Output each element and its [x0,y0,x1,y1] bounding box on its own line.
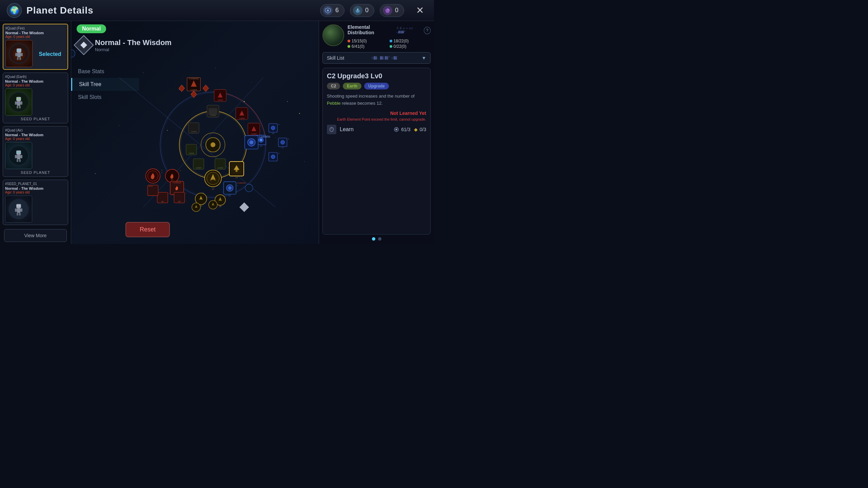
skill-list-dropdown[interactable]: Skill List ᨟᨜᨞᨜ ᨝ᨛ᨟᨜ ▼ [322,52,431,64]
svg-rect-43 [17,213,18,216]
planet-card-air-body [5,142,66,169]
learn-cost-2: ◆ 0/3 [414,127,426,132]
skill-tag-earth: Earth [343,83,361,89]
svg-text:3 DAMAGE: 3 DAMAGE [259,136,270,138]
diamond-inner [80,42,87,48]
skill-tag-c2: C2 [327,83,340,89]
svg-rect-44 [19,213,21,216]
elem-title-script: ᨤᨢᨦᨣᨠ᨟ ᨞᨝᨜ᨛ [396,27,422,34]
planet-card-earth-header: #Quad (Earth) [5,75,66,79]
svg-point-95 [260,139,262,141]
resource-gem: 0 [380,4,404,17]
svg-rect-11 [17,53,21,57]
svg-text:+: + [169,192,170,194]
svg-marker-92 [191,91,197,98]
skill-tags: C2 Earth Upgrade [327,83,426,89]
shield-icon [323,6,333,15]
planet-card-fire[interactable]: #Quad (Fire) Normal - The Wisdom Age: 0 … [3,24,68,70]
elem-help-button[interactable]: ? [424,27,431,34]
elem-earth-dot [348,45,350,48]
planet-card-air[interactable]: #Quad (Air) Normal - The Wisdom Age: 0 y… [3,126,68,177]
planet-name-text: Normal - The Wisdom [95,38,172,47]
skill-desc-highlight: Pebble [327,101,340,106]
svg-rect-42 [20,208,22,212]
skill-info-card: C2 Upgrade3 Lv0 C2 Earth Upgrade Shootin… [322,68,431,235]
reset-button[interactable]: Reset [125,222,170,237]
elem-planet-image [322,24,344,46]
planet-card-air-name: Normal - The Wisdom [5,133,66,137]
resource-potion-val: 0 [365,7,369,14]
planet-card-earth-name: Normal - The Wisdom [5,79,66,83]
svg-rect-14 [17,57,19,60]
svg-text:+: + [161,171,163,174]
planet-card-earth-body [5,88,66,116]
svg-text:0/5: 0/5 [178,201,180,203]
svg-text:+: + [278,152,280,154]
skill-tree-content: Normal Normal - The Wisdom Normal Base S… [71,21,319,244]
svg-rect-22 [15,101,17,105]
close-button[interactable]: ✕ [412,3,427,18]
planet-card-air-badge: SEED PLANET [5,170,66,175]
gem-icon [383,6,392,15]
svg-rect-41 [15,208,17,212]
svg-point-164 [299,113,300,114]
svg-point-46 [19,205,20,206]
nav-skill-tree[interactable]: Skill Tree [71,78,139,91]
planet-card-fire-header: #Quad (Fire) [5,26,65,30]
svg-text:Locked: Locked [189,152,194,154]
svg-rect-20 [16,97,21,101]
planet-name-info: Normal - The Wisdom Normal [95,38,172,52]
planet-card-fire-name: Normal - The Wisdom [5,31,65,35]
sidebar: #Quad (Fire) Normal - The Wisdom Age: 0 … [0,21,71,244]
svg-point-26 [17,98,18,99]
svg-point-163 [167,130,167,131]
planet-card-fire-body: Selected [5,40,65,67]
header-logo: 🌍 [7,3,22,18]
svg-rect-158 [236,170,238,172]
resource-gem-val: 0 [395,7,398,14]
svg-point-16 [17,49,19,51]
planet-card-earth-badge: SEED PLANET [5,117,66,121]
planet-card-air-age: Age: 0 years old [5,137,66,141]
svg-marker-91 [179,85,185,92]
svg-point-154 [245,184,253,192]
svg-text:+: + [259,139,260,140]
resource-shield: 6 [320,4,344,17]
planet-card-earth[interactable]: #Quad (Earth) Normal - The Wisdom Age: 0… [3,73,68,123]
elem-air-val: 0/22(0) [394,44,407,49]
svg-rect-24 [17,106,18,108]
pagination-dots [322,237,431,241]
svg-rect-39 [16,204,21,208]
pagination-dot-2[interactable] [378,237,381,241]
svg-text:+: + [185,192,187,194]
svg-text:0/5: 0/5 [161,201,164,203]
svg-point-107 [271,155,275,159]
svg-point-1 [327,9,329,12]
skill-tag-upgrade: Upgrade [364,83,389,89]
skill-list-script: ᨟᨜᨞᨜ ᨝ᨛ᨟᨜ [371,56,397,60]
svg-rect-33 [20,155,22,158]
svg-text:0/5: 0/5 [272,133,274,135]
svg-text:MOVE: MOVE [149,185,153,187]
svg-text:+: + [278,123,280,125]
planet-card-earth-age: Age: 0 years old [5,83,66,87]
skill-tree-area: Locked Locked Locked Locked Locked [71,21,319,244]
elem-fire-val: 15/15(0) [352,39,367,43]
nav-menu: Base Stats Skill Tree Skill Slots [71,65,139,104]
elem-water-val: 18/22(0) [394,39,409,43]
svg-text:+: + [180,169,181,171]
nav-base-stats[interactable]: Base Stats [71,65,139,78]
elem-fire-dot [348,40,350,42]
svg-text:1/5: 1/5 [235,177,238,179]
svg-point-17 [19,49,21,51]
page-title: Planet Details [26,5,317,16]
mode-bar: Normal [71,21,112,37]
planet-card-seed[interactable]: #SEED_PLANET_01 Normal - The Wisdom Age:… [3,180,68,225]
planet-name-bar: Normal - The Wisdom Normal [77,38,172,52]
view-more-button[interactable]: View More [4,229,67,242]
svg-text:7/7: 7/7 [171,179,173,181]
svg-rect-32 [15,155,17,158]
svg-rect-12 [15,53,17,56]
pagination-dot-1[interactable] [372,237,375,241]
nav-skill-slots[interactable]: Skill Slots [71,91,139,104]
